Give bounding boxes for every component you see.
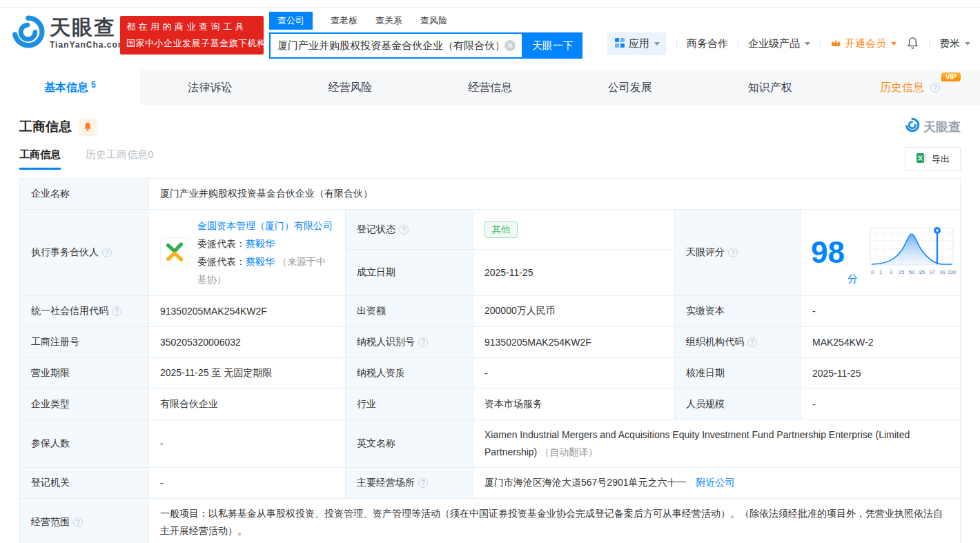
nav-separator [738,39,738,50]
chevron-down-icon [805,42,810,46]
table-row: 企业名称 厦门产业并购股权投资基金合伙企业（有限合伙） [20,179,960,210]
chevron-down-icon [965,42,970,46]
field-value-taxpayer-id: 91350205MAK254KW2F [473,327,675,357]
field-label-address: 主要经营场所 ? [346,468,473,498]
help-icon[interactable]: ? [399,225,409,235]
rep-label: 委派代表： [197,238,246,249]
tab-label: 经营信息 [468,81,512,95]
table-row: 登记机关 - 主要经营场所 ? 厦门市海沧区海沧大道567号2901单元之六十一… [20,468,960,499]
field-value-address: 厦门市海沧区海沧大道567号2901单元之六十一 附近公司 [473,468,960,498]
field-value-company-name: 厦门产业并购股权投资基金合伙企业（有限合伙） [149,179,960,209]
search-tab-company[interactable]: 查公司 [269,12,313,30]
nav-apps[interactable]: 应用 [607,32,667,55]
field-label-credit-code: 统一社会信用代码 ? [20,296,149,326]
tab-company-development[interactable]: 公司发展 [560,70,700,105]
field-label-org-code: 组织机构代码 ? [675,327,801,357]
search-tab-boss[interactable]: 查老板 [331,12,357,30]
score-number: 98 [811,237,845,268]
field-label-text: 统一社会信用代码 [31,305,108,317]
field-label-english-name: 英文名称 [346,420,473,467]
field-label-paid-capital: 实缴资本 [675,296,801,326]
nearby-companies-link[interactable]: 附近公司 [696,477,735,489]
field-value-paid-capital: - [801,296,960,326]
table-row: 参保人数 - 英文名称 Xiamen Industrial Mergers an… [20,420,960,468]
search-button[interactable]: 天眼一下 [523,32,582,59]
svg-text:99: 99 [940,269,945,275]
tab-legal-litigation[interactable]: 法律诉讼 [140,70,280,105]
search-input[interactable] [271,34,522,57]
field-label-business-term: 营业期限 [20,358,149,388]
table-row: 企业类型 有限合伙企业 行业 资本市场服务 人员规模 - [20,389,960,420]
nav-separator [929,39,930,50]
tab-history-info[interactable]: VIP 历史信息 ? [840,70,980,105]
subscribe-bell-icon[interactable] [79,118,97,136]
field-value-industry: 资本市场服务 [473,389,675,419]
field-value-org-code: MAK254KW-2 [801,327,960,357]
help-icon[interactable]: ? [102,248,112,257]
nav-enterprise-label: 企业级产品 [748,37,800,50]
tab-operation-info[interactable]: 经营信息 [420,70,560,105]
section-header: 工商信息 天眼查 [19,117,961,136]
help-icon[interactable]: ? [112,306,121,316]
help-icon[interactable]: ? [728,248,738,257]
notification-bell-icon[interactable] [906,37,919,52]
help-icon[interactable]: ? [930,83,940,92]
help-icon[interactable]: ? [418,478,428,488]
field-label-insured-count: 参保人数 [20,420,149,467]
tab-label: 历史信息 [880,81,924,95]
field-value-insured-count: - [149,420,346,467]
subtab-business-info[interactable]: 工商信息 [19,148,61,170]
svg-text:3: 3 [890,269,892,275]
tianyancha-logo-icon [11,14,46,52]
nav-open-membership[interactable]: 开通会员 [830,37,896,50]
partner-company-link[interactable]: 金圆资本管理（厦门）有限公司 [197,220,333,231]
subtab-row: 工商信息 历史工商信息0 导出 [19,147,961,171]
field-label-industry: 行业 [346,389,473,419]
clear-search-icon[interactable]: ✕ [504,40,516,51]
top-nav: 应用 商务合作 企业级产品 开通会员 费米 [607,32,970,55]
nav-user[interactable]: 费米 [939,37,970,50]
partner-company-logo[interactable] [160,237,189,268]
nav-cooperation[interactable]: 商务合作 [687,37,728,50]
tab-basic-info[interactable]: 基本信息 5 [0,70,140,105]
subtab-history-business-info[interactable]: 历史工商信息0 [86,148,153,170]
field-value-business-scope: 一般项目：以私募基金从事股权投资、投资管理、资产管理等活动（须在中国证券投资基金… [149,499,960,543]
field-value-executive-partner: 金圆资本管理（厦门）有限公司 委派代表：蔡毅华 委派代表：蔡毅华 （来源于中基协… [149,210,346,295]
search-tab-risk[interactable]: 查风险 [420,12,447,30]
tab-label: 知识产权 [748,81,792,95]
tab-operation-risk[interactable]: 经营风险 [280,70,420,105]
nav-enterprise-products[interactable]: 企业级产品 [748,37,810,50]
field-label-text: 天眼评分 [686,246,725,259]
help-icon[interactable]: ? [73,517,83,527]
excel-icon [916,152,927,166]
page-header: 天眼查 TianYanCha.com 都在用的商业查询工具 国家中小企业发展子基… [0,7,980,66]
field-label-text: 纳税人识别号 [357,336,415,348]
field-value-staff-size: - [801,389,960,419]
svg-text:50: 50 [909,269,914,275]
export-button[interactable]: 导出 [905,147,961,171]
tianyancha-logo[interactable]: 天眼查 TianYanCha.com [11,14,126,52]
help-icon[interactable]: ? [418,337,428,347]
table-row: 执行事务合伙人 ? 金圆资本管理（厦门）有限公司 委派代表：蔡毅华 委派代表：蔡… [20,210,960,296]
tab-label: 公司发展 [608,81,652,95]
field-label-text: 执行事务合伙人 [31,246,99,259]
vip-badge: VIP [941,72,961,81]
rep-label: 委派代表： [197,256,246,267]
field-label-company-type: 企业类型 [20,389,149,419]
tab-intellectual-property[interactable]: 知识产权 [700,70,840,105]
chevron-down-icon [891,42,896,46]
partner-rep-link[interactable]: 蔡毅华 [246,238,275,249]
crown-icon [830,38,841,50]
field-value-credit-code: 91350205MAK254KW2F [149,296,346,326]
field-value-taxpayer-qualification: - [473,358,675,388]
field-label-text: 组织机构代码 [686,336,744,348]
business-info-table: 企业名称 厦门产业并购股权投资基金合伙企业（有限合伙） 执行事务合伙人 ? 金圆… [19,178,961,543]
help-icon[interactable]: ? [747,337,757,347]
search-tab-relation[interactable]: 查关系 [375,12,402,30]
address-text: 厦门市海沧区海沧大道567号2901单元之六十一 [484,477,687,489]
svg-text:97: 97 [930,269,935,275]
partner-rep-link[interactable]: 蔡毅华 [246,256,275,267]
field-value-tianyan-score: 98 分 0 [801,210,964,295]
field-value-reg-authority: - [149,468,346,498]
field-label-tianyan-score: 天眼评分 ? [675,210,801,295]
